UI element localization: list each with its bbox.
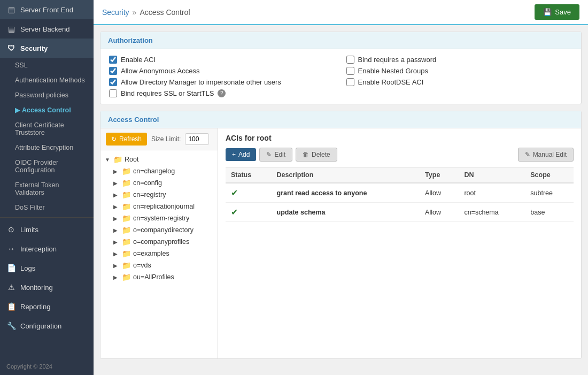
toggle: ▶ (113, 239, 120, 245)
tree-item-o-companydirectory[interactable]: ▶ 📁 o=companydirectory (111, 224, 215, 236)
bind-ssl-help-icon[interactable]: ? (218, 89, 226, 97)
edit-button[interactable]: ✎ Edit (259, 148, 292, 162)
ssl-label: SSL (15, 62, 28, 69)
sidebar-item-monitoring[interactable]: ⚠ Monitoring (0, 278, 94, 297)
limits-label: Limits (20, 226, 38, 234)
sidebar-sub-item-oidc[interactable]: OIDC Provider Configuration (0, 155, 94, 178)
configuration-icon: 🔧 (6, 322, 16, 330)
allow-dm-checkbox[interactable] (109, 78, 117, 86)
cn-registry-label: cn=registry (133, 191, 166, 198)
table-header-row: Status Description Type DN Scope (226, 167, 574, 183)
bind-ssl-label: Bind requires SSL or StartTLS (121, 89, 214, 97)
arrow-icon: ▶ (15, 106, 20, 114)
sidebar-item-logs[interactable]: 📄 Logs (0, 258, 94, 278)
tree-item-ou-allprofiles[interactable]: ▶ 📁 ou=AllProfiles (111, 271, 215, 283)
add-button[interactable]: + Add (226, 148, 256, 161)
aci-title: ACIs for root (226, 134, 574, 142)
status-ok-icon: ✔ (231, 208, 238, 217)
sidebar-sub-item-dos-filter[interactable]: DoS Filter (0, 200, 94, 215)
table-row[interactable]: ✔ update schema Allow cn=schema base (226, 203, 574, 222)
checkbox-rootdse: Enable RootDSE ACI (346, 78, 573, 86)
reporting-icon: 📋 (6, 302, 16, 311)
tree-item-cn-config[interactable]: ▶ 📁 cn=config (111, 177, 215, 189)
sidebar-sub-item-password-policies[interactable]: Password policies (0, 88, 94, 103)
manual-edit-button[interactable]: ✎ Manual Edit (518, 148, 574, 162)
add-label: Add (238, 151, 250, 158)
sidebar-item-reporting[interactable]: 📋 Reporting (0, 297, 94, 316)
dos-filter-label: DoS Filter (15, 204, 45, 211)
enable-aci-checkbox[interactable] (109, 56, 117, 64)
sidebar-item-server-frontend[interactable]: ▤ Server Front End (0, 0, 94, 19)
sidebar: ▤ Server Front End ▤ Server Backend 🛡 Se… (0, 0, 94, 375)
manual-edit-icon: ✎ (525, 151, 530, 158)
tree-item-o-companyprofiles[interactable]: ▶ 📁 o=companyprofiles (111, 236, 215, 248)
sidebar-item-server-backend[interactable]: ▤ Server Backend (0, 19, 94, 39)
auth-left-col: Enable ACI Allow Anonymous Access Allow … (109, 56, 336, 97)
copyright-text: Copyright © 2024 (6, 363, 52, 370)
tree-item-o-examples[interactable]: ▶ 📁 o=examples (111, 248, 215, 259)
auth-methods-label: Authentication Methods (15, 76, 85, 84)
col-dn: DN (459, 167, 525, 183)
interception-icon: ↔ (6, 244, 16, 253)
o-vds-label: o=vds (133, 262, 151, 269)
client-cert-label: Client Certificate Truststore (15, 121, 64, 136)
oidc-label: OIDC Provider Configuration (15, 159, 58, 174)
shield-icon: 🛡 (6, 44, 16, 52)
root-folder-icon: 📁 (113, 155, 122, 164)
checkbox-allow-dm: Allow Directory Manager to impersonate o… (109, 78, 336, 86)
cn-changelog-label: cn=changelog (133, 167, 175, 175)
bind-password-checkbox[interactable] (346, 56, 354, 64)
size-limit-input[interactable] (185, 133, 209, 145)
tree-item-cn-registry[interactable]: ▶ 📁 cn=registry (111, 189, 215, 201)
tree-children: ▶ 📁 cn=changelog ▶ 📁 cn=config ▶ (103, 165, 215, 283)
sidebar-sub-item-ext-token[interactable]: External Token Validators (0, 178, 94, 200)
main-content: Security » Access Control 💾 Save Authori… (94, 0, 588, 375)
sidebar-sub-item-auth-methods[interactable]: Authentication Methods (0, 73, 94, 88)
cell-dn: cn=schema (459, 203, 525, 222)
breadcrumb-current: Access Control (140, 8, 190, 17)
root-toggle: ▼ (105, 157, 111, 163)
tree-item-cn-replicationjournal[interactable]: ▶ 📁 cn=replicationjournal (111, 201, 215, 212)
sidebar-item-security[interactable]: 🛡 Security (0, 39, 94, 58)
cn-config-label: cn=config (133, 179, 162, 187)
toggle: ▶ (113, 263, 120, 269)
cell-description: update schema (272, 203, 420, 222)
refresh-icon: ↻ (111, 135, 117, 143)
tree-item-o-vds[interactable]: ▶ 📁 o=vds (111, 259, 215, 271)
allow-dm-label: Allow Directory Manager to impersonate o… (121, 78, 281, 86)
allow-anon-label: Allow Anonymous Access (121, 67, 199, 75)
tree-item-cn-system-registry[interactable]: ▶ 📁 cn=system-registry (111, 212, 215, 224)
delete-button[interactable]: 🗑 Delete (296, 148, 337, 162)
col-scope: Scope (525, 167, 574, 183)
sidebar-item-configuration[interactable]: 🔧 Configuration (0, 316, 94, 335)
tree-toolbar: ↻ Refresh Size Limit: (100, 128, 218, 150)
folder-icon: 📁 (122, 273, 131, 281)
save-button[interactable]: 💾 Save (535, 4, 579, 20)
folder-icon: 📁 (122, 261, 131, 270)
sidebar-label-server-backend: Server Backend (20, 25, 70, 33)
checkbox-bind-password: Bind requires a password (346, 56, 573, 64)
o-companyprofiles-label: o=companyprofiles (133, 238, 189, 246)
checkbox-enable-aci: Enable ACI (109, 56, 336, 64)
sidebar-sub-item-ssl[interactable]: SSL (0, 58, 94, 73)
sidebar-item-interception[interactable]: ↔ Interception (0, 239, 94, 258)
sidebar-sub-item-client-cert[interactable]: Client Certificate Truststore (0, 118, 94, 140)
cell-type: Allow (420, 203, 459, 222)
allow-anon-checkbox[interactable] (109, 67, 117, 75)
nested-groups-checkbox[interactable] (346, 67, 354, 75)
rootdse-checkbox[interactable] (346, 78, 354, 86)
sidebar-sub-item-attr-encryption[interactable]: Attribute Encryption (0, 140, 94, 155)
sidebar-item-limits[interactable]: ⊙ Limits (0, 220, 94, 239)
breadcrumb-link-security[interactable]: Security (102, 8, 129, 17)
cell-status: ✔ (226, 183, 272, 203)
access-control-header: Access Control (100, 111, 581, 128)
refresh-button[interactable]: ↻ Refresh (106, 133, 147, 146)
toggle: ▶ (113, 251, 120, 257)
toggle: ▶ (113, 204, 120, 210)
bind-ssl-checkbox[interactable] (109, 89, 117, 97)
tree-item-cn-changelog[interactable]: ▶ 📁 cn=changelog (111, 165, 215, 177)
sidebar-sub-item-access-control[interactable]: ▶ Access Control (0, 103, 94, 118)
tree-item-root[interactable]: ▼ 📁 Root (103, 154, 215, 165)
add-icon: + (232, 151, 236, 158)
table-row[interactable]: ✔ grant read access to anyone Allow root… (226, 183, 574, 203)
